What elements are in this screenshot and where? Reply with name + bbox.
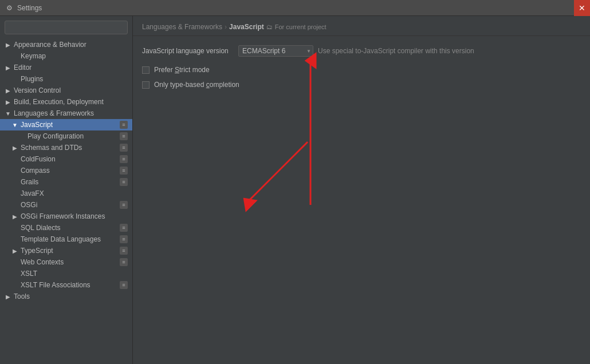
play-config-badge: ≡: [120, 132, 128, 140]
sidebar-item-label: Appearance & Behavior: [14, 41, 86, 49]
sidebar-item-label: Grails: [21, 178, 38, 186]
settings-area: JavaScript language version ECMAScript 5…: [133, 36, 590, 105]
svg-line-3: [247, 142, 308, 202]
sidebar-item-appearance[interactable]: Appearance & Behavior: [0, 39, 132, 50]
sidebar-item-label: Editor: [14, 64, 32, 72]
sidebar-item-osgi[interactable]: OSGi ≡: [0, 199, 132, 211]
osgi-badge: ≡: [120, 201, 128, 209]
language-version-select[interactable]: ECMAScript 5 ECMAScript 6 ECMAScript 201…: [238, 45, 313, 57]
sidebar-item-label: XSLT File Associations: [21, 281, 91, 289]
sidebar-item-compass[interactable]: Compass ≡: [0, 165, 132, 176]
sidebar-item-label: SQL Dialects: [21, 224, 61, 232]
sidebar-item-label: Schemas and DTDs: [21, 144, 82, 152]
sidebar-item-label: Version Control: [14, 86, 61, 94]
settings-icon: ⚙: [5, 3, 14, 13]
sidebar-item-label: Languages & Frameworks: [14, 109, 94, 117]
sidebar-item-keymap[interactable]: Keymap: [0, 50, 132, 62]
sql-badge: ≡: [120, 224, 128, 232]
sidebar-item-osgi-framework[interactable]: OSGi Framework Instances: [0, 211, 132, 222]
sidebar-item-label: Template Data Languages: [21, 235, 101, 243]
content-panel: Languages & Frameworks › JavaScript 🗂 Fo…: [133, 16, 590, 364]
strict-mode-row: Prefer Strict mode: [142, 66, 581, 74]
sidebar-item-xslt[interactable]: XSLT: [0, 268, 132, 279]
arrow-right-icon: [11, 144, 18, 151]
sidebar-item-schemas[interactable]: Schemas and DTDs ≡: [0, 142, 132, 153]
breadcrumb-project-icon: 🗂: [266, 23, 273, 30]
arrow-down-icon: [5, 110, 11, 117]
sidebar-item-javascript[interactable]: JavaScript ≡: [0, 119, 132, 130]
sidebar-item-template-data[interactable]: Template Data Languages ≡: [0, 234, 132, 245]
sidebar-item-label: XSLT: [21, 270, 37, 278]
sidebar-item-web-contexts[interactable]: Web Contexts ≡: [0, 256, 132, 268]
typescript-badge: ≡: [120, 247, 128, 255]
arrow-down-icon: [11, 121, 18, 128]
type-based-checkbox[interactable]: [142, 81, 150, 89]
language-version-row: JavaScript language version ECMAScript 5…: [142, 45, 581, 57]
compass-badge: ≡: [120, 167, 128, 175]
sidebar-item-tools[interactable]: Tools: [0, 291, 132, 302]
sidebar-item-plugins[interactable]: Plugins: [0, 73, 132, 85]
sidebar-item-build[interactable]: Build, Execution, Deployment: [0, 96, 132, 108]
search-input[interactable]: [5, 21, 128, 34]
sidebar-item-label: Play Configuration: [27, 132, 84, 140]
breadcrumb-separator: ›: [225, 23, 227, 31]
sidebar-item-coldfusion[interactable]: ColdFusion ≡: [0, 153, 132, 165]
sidebar-item-play-configuration[interactable]: Play Configuration ≡: [0, 130, 132, 142]
sidebar-item-label: ColdFusion: [21, 155, 56, 163]
sidebar-item-grails[interactable]: Grails ≡: [0, 176, 132, 188]
sidebar-item-label: Web Contexts: [21, 258, 64, 266]
schemas-badge: ≡: [120, 144, 128, 152]
nav-tree: Appearance & Behavior Keymap Editor Plug…: [0, 39, 132, 364]
sidebar-item-version-control[interactable]: Version Control: [0, 85, 132, 96]
sidebar-item-javafx[interactable]: JavaFX: [0, 188, 132, 199]
sidebar: Appearance & Behavior Keymap Editor Plug…: [0, 16, 133, 364]
sidebar-item-label: Compass: [21, 167, 50, 175]
sidebar-item-label: JavaScript: [21, 121, 53, 129]
language-version-label: JavaScript language version: [142, 47, 234, 55]
sidebar-item-label: OSGi: [21, 201, 37, 209]
arrow-right-icon: [5, 41, 11, 48]
title-bar: ⚙ Settings ✕: [0, 0, 590, 16]
type-based-label: Only type-based completion: [154, 81, 239, 89]
language-version-description: Use special to-JavaScript compiler with …: [318, 47, 474, 55]
grails-badge: ≡: [120, 178, 128, 186]
sidebar-item-label: OSGi Framework Instances: [21, 212, 105, 220]
sidebar-item-typescript[interactable]: TypeScript ≡: [0, 245, 132, 256]
sidebar-item-sql-dialects[interactable]: SQL Dialects ≡: [0, 222, 132, 234]
breadcrumb-project-label: For current project: [275, 23, 327, 30]
sidebar-item-editor[interactable]: Editor: [0, 62, 132, 73]
javascript-badge: ≡: [120, 121, 128, 129]
strict-mode-checkbox[interactable]: [142, 66, 150, 74]
arrow-right-icon: [5, 98, 11, 105]
arrow-right-icon: [11, 247, 18, 254]
sidebar-item-label: TypeScript: [21, 247, 53, 255]
breadcrumb-current: JavaScript: [229, 23, 264, 31]
arrow-right-icon: [11, 213, 18, 220]
template-badge: ≡: [120, 235, 128, 243]
sidebar-item-label: Plugins: [21, 75, 43, 83]
sidebar-item-languages[interactable]: Languages & Frameworks: [0, 108, 132, 119]
language-version-select-wrapper: ECMAScript 5 ECMAScript 6 ECMAScript 201…: [238, 45, 313, 57]
type-based-row: Only type-based completion: [142, 81, 581, 89]
arrow-right-icon: [5, 293, 11, 300]
web-badge: ≡: [120, 258, 128, 266]
main-layout: Appearance & Behavior Keymap Editor Plug…: [0, 16, 590, 364]
arrow-right-icon: [5, 64, 11, 71]
sidebar-item-label: JavaFX: [21, 189, 44, 197]
breadcrumb-parent: Languages & Frameworks: [142, 23, 222, 31]
sidebar-item-label: Keymap: [21, 52, 46, 60]
sidebar-item-xslt-file[interactable]: XSLT File Associations ≡: [0, 279, 132, 291]
close-button[interactable]: ✕: [574, 0, 590, 16]
xslt-badge: ≡: [120, 281, 128, 289]
breadcrumb: Languages & Frameworks › JavaScript 🗂 Fo…: [133, 16, 590, 36]
sidebar-item-label: Tools: [14, 292, 30, 300]
title-bar-text: Settings: [17, 4, 42, 12]
arrow-right-icon: [5, 87, 11, 94]
coldfusion-badge: ≡: [120, 155, 128, 163]
sidebar-item-label: Build, Execution, Deployment: [14, 98, 104, 106]
strict-mode-label: Prefer Strict mode: [154, 66, 210, 74]
